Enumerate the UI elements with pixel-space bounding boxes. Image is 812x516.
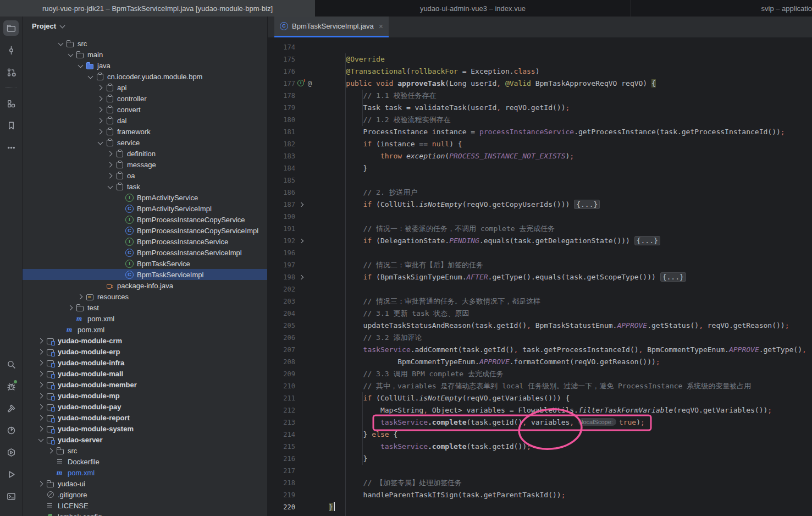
tree-item-task[interactable]: task <box>23 181 267 192</box>
chevron-right-icon[interactable] <box>37 369 46 378</box>
tree-item-yudao-module-erp[interactable]: yudao-module-erp <box>23 346 267 357</box>
code-line-216[interactable]: 216 } <box>268 453 812 465</box>
tree-item-yudao-module-member[interactable]: yudao-module-member <box>23 379 267 390</box>
tree-item-yudao-module-mall[interactable]: yudao-module-mall <box>23 368 267 379</box>
pull-requests-icon[interactable]: ? <box>3 64 19 80</box>
chevron-right-icon[interactable] <box>37 413 46 422</box>
project-icon[interactable] <box>3 20 19 36</box>
chevron-right-icon[interactable] <box>96 94 105 103</box>
code-line-174[interactable]: 174 <box>268 41 812 53</box>
code-line-213[interactable]: 213 taskService.complete(task.getId(), v… <box>268 416 812 429</box>
chevron-right-icon[interactable] <box>96 116 105 125</box>
tree-item-cn-iocoder-yudao-module-bpm[interactable]: cn.iocoder.yudao.module.bpm <box>23 71 267 82</box>
code-line-197[interactable]: 197 // 情况二：审批有【后】加签的任务 <box>268 259 812 271</box>
code-editor[interactable]: 174175 @Override176 @Transactional(rollb… <box>268 37 812 516</box>
tree-item-resources[interactable]: resources <box>23 291 267 302</box>
tree-item-bpmprocessinstancecopyservice[interactable]: BpmProcessInstanceCopyService <box>23 214 267 225</box>
code-line-206[interactable]: 206 // 3.2 添加评论 <box>268 332 812 344</box>
code-line-215[interactable]: 215 taskService.complete(task.getId()); <box>268 441 812 453</box>
tree-item-license[interactable]: LICENSE <box>23 500 267 511</box>
code-line-185[interactable]: 185 <box>268 174 812 186</box>
tree-item-lombok-config[interactable]: lombok.config <box>23 511 267 516</box>
tree-item-src[interactable]: src <box>23 445 267 456</box>
debug-icon[interactable] <box>3 378 19 394</box>
project-panel-header[interactable]: Project <box>23 17 267 36</box>
structure-icon[interactable] <box>3 96 19 111</box>
code-line-191[interactable]: 191 // 情况一：被委派的任务，不调用 complete 去完成任务 <box>268 223 812 235</box>
chevron-down-icon[interactable] <box>86 72 95 81</box>
tree-item-oa[interactable]: oa <box>23 170 267 181</box>
build-icon[interactable] <box>3 400 19 416</box>
code-line-209[interactable]: 209 // 3.3 调用 BPM complete 去完成任务 <box>268 368 812 380</box>
code-line-180[interactable]: 180 // 1.2 校验流程实例存在 <box>268 114 812 126</box>
tree-item-controller[interactable]: controller <box>23 93 267 104</box>
code-line-196[interactable]: 196 <box>268 247 812 259</box>
tree-item-test[interactable]: test <box>23 302 267 313</box>
code-line-217[interactable]: 217 <box>268 465 812 477</box>
chevron-right-icon[interactable] <box>37 402 46 411</box>
tree-item-yudao-module-system[interactable]: yudao-module-system <box>23 423 267 434</box>
chevron-right-icon[interactable] <box>96 105 105 114</box>
search-icon[interactable] <box>3 356 19 372</box>
code-line-181[interactable]: 181 ProcessInstance instance = processIn… <box>268 126 812 138</box>
chevron-right-icon[interactable] <box>37 358 46 367</box>
code-line-177[interactable]: 177I↑@ public void approveTask(Long user… <box>268 78 812 90</box>
tree-item-main[interactable]: main <box>23 49 267 60</box>
code-line-208[interactable]: 208 BpmCommentTypeEnum.APPROVE.formatCom… <box>268 356 812 368</box>
tree-item-yudao-module-infra[interactable]: yudao-module-infra <box>23 357 267 368</box>
code-line-190[interactable]: 190 <box>268 211 812 223</box>
code-line-207[interactable]: 207 taskService.addComment(task.getId(),… <box>268 344 812 356</box>
tree-item-bpmprocessinstanceserviceimpl[interactable]: BpmProcessInstanceServiceImpl <box>23 247 267 258</box>
code-line-179[interactable]: 179 Task task = validateTask(userId, req… <box>268 102 812 114</box>
tree-item-pom-xml[interactable]: pom.xml <box>23 313 267 324</box>
code-line-175[interactable]: 175 @Override <box>268 53 812 65</box>
folded-region-icon[interactable] <box>299 275 303 279</box>
chevron-right-icon[interactable] <box>96 83 105 92</box>
more-icon[interactable] <box>3 140 19 155</box>
chevron-right-icon[interactable] <box>37 424 46 433</box>
tree-item-yudao-ui[interactable]: yudao-ui <box>23 478 267 489</box>
chevron-down-icon[interactable] <box>57 39 65 48</box>
code-line-178[interactable]: 178 // 1.1 校验任务存在 <box>268 90 812 102</box>
tree-item-pom-xml[interactable]: pom.xml <box>23 324 267 335</box>
tree-item-java[interactable]: java <box>23 60 267 71</box>
folded-code-chip[interactable]: {...} <box>660 272 686 282</box>
chevron-right-icon[interactable] <box>67 303 75 312</box>
chevron-down-icon[interactable] <box>67 50 75 59</box>
tree-item-dockerfile[interactable]: Dockerfile <box>23 456 267 467</box>
window-tab-vue-project[interactable]: yudao-ui-admin-vue3 – index.vue <box>315 0 631 17</box>
code-line-198[interactable]: 198 if (BpmTaskSignTypeEnum.AFTER.getTyp… <box>268 271 812 283</box>
tree-item-convert[interactable]: convert <box>23 104 267 115</box>
chevron-right-icon[interactable] <box>37 347 46 356</box>
tree-item-yudao-module-pay[interactable]: yudao-module-pay <box>23 401 267 412</box>
chevron-right-icon[interactable] <box>76 292 85 301</box>
code-line-219[interactable]: 219 handleParentTaskIfSign(task.getParen… <box>268 489 812 501</box>
tree-item-bpmactivityservice[interactable]: BpmActivityService <box>23 192 267 203</box>
chevron-right-icon[interactable] <box>106 149 115 158</box>
chevron-down-icon[interactable] <box>96 138 105 147</box>
code-line-202[interactable]: 202 <box>268 283 812 295</box>
tree-item-src[interactable]: src <box>23 38 267 49</box>
code-line-211[interactable]: 211 if (CollUtil.isNotEmpty(reqVO.getVar… <box>268 392 812 404</box>
chevron-right-icon[interactable] <box>37 479 46 488</box>
code-line-186[interactable]: 186 // 2. 抄送用户 <box>268 186 812 199</box>
folded-region-icon[interactable] <box>299 202 303 207</box>
tree-item-framework[interactable]: framework <box>23 126 267 137</box>
window-tab-active[interactable]: ruoyi-vue-pro-jdk21 – BpmTaskServiceImpl… <box>0 0 315 17</box>
tree-item-yudao-module-report[interactable]: yudao-module-report <box>23 412 267 423</box>
editor-tab-bpmtaskserviceimpl[interactable]: BpmTaskServiceImpl.java × <box>274 17 389 37</box>
chevron-down-icon[interactable] <box>76 61 85 70</box>
tree-item-bpmtaskserviceimpl[interactable]: BpmTaskServiceImpl <box>23 269 267 280</box>
services-icon[interactable] <box>3 444 19 460</box>
chevron-right-icon[interactable] <box>96 127 105 136</box>
tree-item-bpmprocessinstanceservice[interactable]: BpmProcessInstanceService <box>23 236 267 247</box>
tree-item-bpmactivityserviceimpl[interactable]: BpmActivityServiceImpl <box>23 203 267 214</box>
code-line-187[interactable]: 187 if (CollUtil.isNotEmpty(reqVO.getCop… <box>268 199 812 211</box>
run-icon[interactable] <box>3 466 19 482</box>
code-line-182[interactable]: 182 if (instance == null) { <box>268 138 812 150</box>
commit-icon[interactable] <box>3 42 19 58</box>
chevron-down-icon[interactable] <box>37 435 46 444</box>
tree-item-service[interactable]: service <box>23 137 267 148</box>
window-tab-svip-project[interactable]: svip – applicatio <box>631 0 812 17</box>
chevron-right-icon[interactable] <box>37 336 46 345</box>
